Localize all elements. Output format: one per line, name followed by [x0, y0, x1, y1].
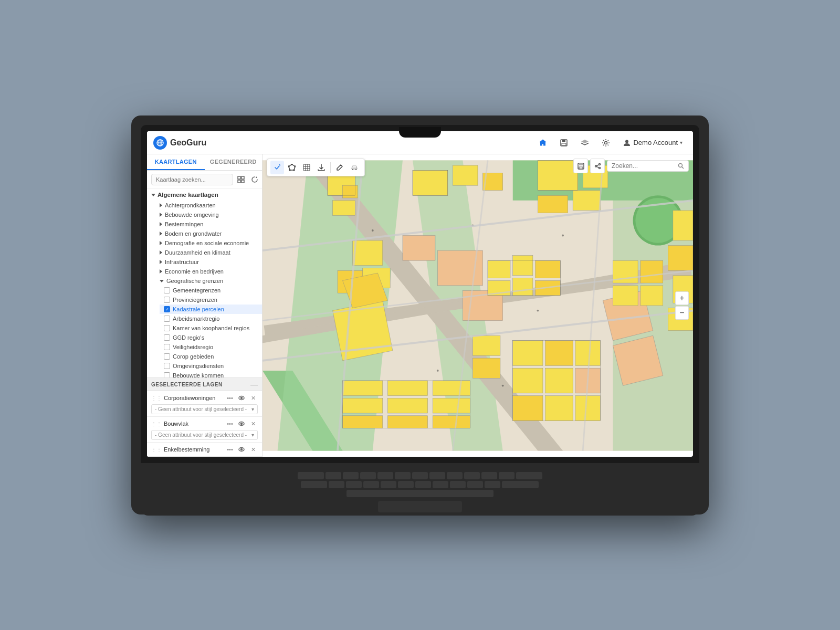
list-item[interactable]: Provinciegrenzen — [160, 295, 262, 304]
nav-settings-button[interactable] — [597, 134, 614, 151]
keyboard — [141, 463, 699, 516]
attr-dropdown-corporatiewoningen[interactable]: - Geen attribuut voor stijl geselecteerd… — [151, 404, 258, 414]
minimize-button[interactable]: — — [250, 381, 258, 388]
drag-handle-icon[interactable]: ⋮⋮ — [151, 447, 162, 453]
list-item-kadastrale[interactable]: Kadastrale percelen — [160, 304, 262, 314]
user-name-label: Demo Account — [633, 139, 678, 146]
checkbox-provinciegrenzen[interactable] — [164, 297, 170, 303]
kb-key — [481, 472, 497, 479]
tool-polygon-button[interactable] — [285, 161, 299, 174]
checkbox-gemeentegrenzen[interactable] — [164, 287, 170, 293]
layer-options-button[interactable]: ••• — [225, 393, 235, 403]
tool-car-button[interactable] — [348, 161, 361, 174]
sublayer-label: Bebouwde omgeving — [165, 212, 219, 218]
svg-rect-80 — [536, 260, 561, 278]
kb-key — [343, 472, 359, 479]
svg-rect-84 — [343, 381, 383, 396]
svg-text:+: + — [279, 164, 280, 166]
tool-table-button[interactable] — [300, 161, 313, 174]
list-item[interactable]: Economie en bedrijven — [155, 267, 262, 276]
kb-key — [467, 481, 483, 488]
sidebar-layers-icon[interactable] — [235, 174, 247, 185]
tab-kaartlagen[interactable]: KAARTLAGEN — [147, 154, 205, 170]
list-item[interactable]: GGD regio's — [160, 333, 262, 342]
svg-point-112 — [562, 235, 564, 237]
tab-gegenereerd[interactable]: GEGENEREERD — [205, 154, 262, 170]
svg-line-41 — [596, 166, 598, 167]
list-item[interactable]: Geografische grenzen — [155, 276, 262, 286]
logo-text: GeoGuru — [170, 138, 206, 148]
layer-group-header-algemene[interactable]: Algemene kaartlagen — [147, 189, 262, 201]
layer-visibility-icon[interactable] — [237, 393, 246, 403]
sidebar-refresh-icon[interactable] — [249, 174, 260, 185]
list-item[interactable]: Demografie en sociale economie — [155, 238, 262, 248]
collapse-icon — [151, 194, 155, 196]
svg-rect-90 — [433, 381, 470, 396]
tool-edit-button[interactable] — [333, 161, 346, 174]
svg-rect-107 — [640, 260, 663, 283]
drag-handle-icon[interactable]: ⋮⋮ — [151, 421, 162, 427]
toolbar-separator — [330, 162, 331, 173]
tool-download-button[interactable] — [314, 161, 328, 174]
checkbox-arbeidsmarktregio[interactable] — [164, 316, 170, 322]
checkbox-omgevingsdiensten[interactable] — [164, 363, 170, 369]
layer-visibility-icon[interactable] — [237, 419, 246, 428]
selected-layer-row: ⋮⋮ Bouwvlak ••• ✕ — [151, 419, 258, 428]
list-item[interactable]: Corop gebieden — [160, 352, 262, 361]
svg-point-113 — [437, 370, 439, 372]
list-item[interactable]: Bebouwde kommen — [160, 371, 262, 377]
list-item[interactable]: Bestemmingen — [155, 219, 262, 229]
layer-close-button[interactable]: ✕ — [248, 445, 258, 454]
map-search-input-wrap — [607, 160, 689, 172]
nav-home-button[interactable] — [534, 134, 551, 151]
list-item[interactable]: Achtergrondkaarten — [155, 201, 262, 210]
checkbox-veiligheidsregio[interactable] — [164, 344, 170, 350]
layer-options-button[interactable]: ••• — [225, 445, 235, 454]
svg-point-37 — [598, 163, 600, 165]
layer-options-button[interactable]: ••• — [225, 419, 235, 428]
list-item[interactable]: Bodem en grondwater — [155, 229, 262, 238]
svg-line-43 — [682, 167, 684, 169]
checkbox-bebouwde-kommen[interactable] — [164, 372, 170, 377]
map-share-button[interactable] — [590, 159, 605, 173]
nav-save-button[interactable] — [555, 134, 572, 151]
map-svg — [262, 154, 693, 457]
layer-visibility-icon[interactable] — [237, 445, 246, 454]
svg-rect-93 — [513, 341, 543, 366]
drag-handle-icon[interactable]: ⋮⋮ — [151, 395, 162, 401]
zoom-in-button[interactable]: + — [675, 291, 689, 305]
svg-rect-82 — [513, 278, 533, 296]
layer-close-button[interactable]: ✕ — [248, 419, 258, 428]
checkbox-ggd[interactable] — [164, 334, 170, 341]
tool-add-button[interactable]: + — [270, 161, 284, 174]
list-item[interactable]: Kamer van koophandel regios — [160, 323, 262, 333]
list-item[interactable]: Gemeentegrenzen — [160, 286, 262, 295]
list-item[interactable]: Infrastructuur — [155, 257, 262, 267]
checkbox-kadastrale-percelen[interactable] — [164, 306, 170, 312]
user-menu-button[interactable]: Demo Account ▾ — [618, 136, 687, 149]
map-search-input[interactable] — [612, 162, 675, 170]
checkbox-corop[interactable] — [164, 353, 170, 360]
main-layout: KAARTLAGEN GEGENEREERD — [147, 154, 693, 457]
nav-layers-button[interactable] — [576, 134, 593, 151]
list-item[interactable]: Veiligheidsregio — [160, 342, 262, 352]
sidebar-search-input[interactable] — [151, 174, 233, 185]
svg-point-32 — [352, 169, 353, 170]
list-item[interactable]: Duurzaamheid en klimaat — [155, 248, 262, 257]
sublayer-label: Arbeidsmarktregio — [173, 316, 219, 322]
selected-layer-name: Corporatiewoningen — [164, 395, 223, 401]
selected-layer-name: Bouwvlak — [164, 421, 223, 427]
zoom-out-button[interactable]: − — [675, 306, 689, 320]
list-item[interactable]: Bebouwde omgeving — [155, 210, 262, 219]
list-item[interactable]: Arbeidsmarktregio — [160, 314, 262, 323]
map-canvas[interactable] — [262, 154, 693, 457]
screen-bezel: GeoGuru — [141, 125, 699, 463]
sublayer-label: Achtergrondkaarten — [165, 202, 216, 208]
checkbox-kamer-koophandel[interactable] — [164, 325, 170, 331]
map-area[interactable]: + — [262, 154, 693, 457]
map-save-button[interactable] — [573, 159, 588, 173]
layer-close-button[interactable]: ✕ — [248, 393, 258, 403]
attr-dropdown-bouwvlak[interactable]: - Geen attribuut voor stijl geselecteerd… — [151, 430, 258, 440]
list-item[interactable]: Omgevingsdiensten — [160, 361, 262, 371]
search-icon — [678, 163, 684, 169]
